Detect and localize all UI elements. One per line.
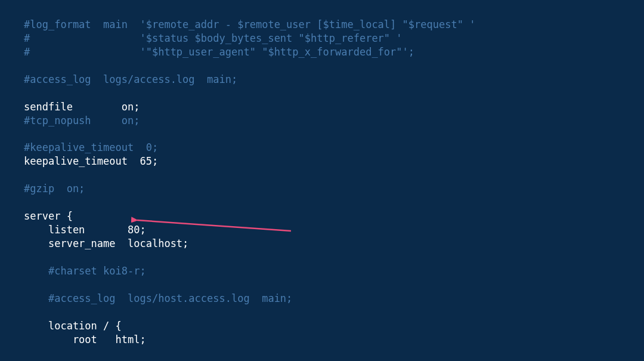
- code-line: [24, 251, 644, 264]
- code-line: [24, 306, 644, 319]
- code-editor: #log_format main '$remote_addr - $remote…: [0, 0, 644, 361]
- code-line: [24, 278, 644, 292]
- code-line: [24, 128, 644, 141]
- code-line: #charset koi8-r;: [24, 264, 644, 278]
- code-line: # '"$http_user_agent" "$http_x_forwarded…: [24, 45, 644, 59]
- code-line: # '$status $body_bytes_sent "$http_refer…: [24, 32, 644, 45]
- code-line: server {: [24, 209, 644, 223]
- code-line: #access_log logs/host.access.log main;: [24, 292, 644, 306]
- code-line: server_name localhost;: [24, 237, 644, 251]
- code-line: [24, 168, 644, 182]
- code-line: #tcp_nopush on;: [24, 114, 644, 128]
- code-line: location / {: [24, 319, 644, 333]
- code-line: [24, 196, 644, 209]
- code-line: [24, 59, 644, 73]
- code-line: #access_log logs/access.log main;: [24, 73, 644, 87]
- code-line: sendfile on;: [24, 100, 644, 114]
- code-line: #keepalive_timeout 0;: [24, 141, 644, 155]
- code-line: keepalive_timeout 65;: [24, 155, 644, 168]
- code-line: [24, 87, 644, 100]
- code-line: listen 80;: [24, 223, 644, 237]
- code-line: #log_format main '$remote_addr - $remote…: [24, 18, 644, 32]
- code-line: #gzip on;: [24, 182, 644, 196]
- code-line: root html;: [24, 333, 644, 347]
